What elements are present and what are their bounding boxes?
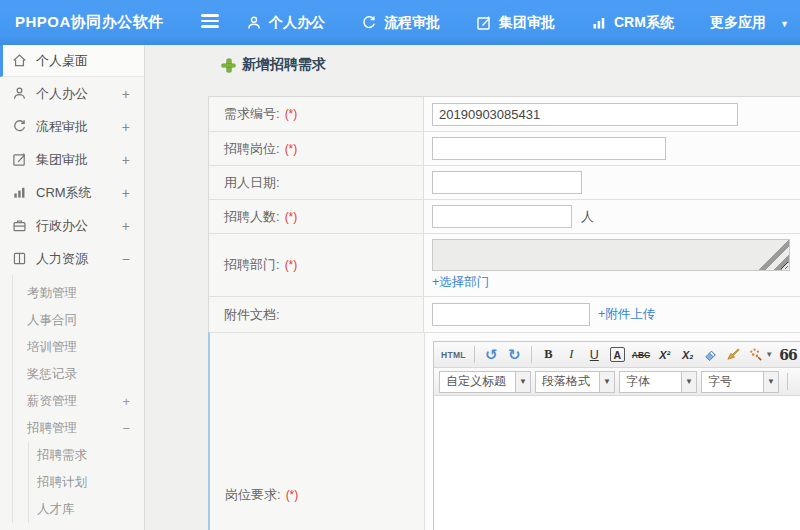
eraser-icon[interactable]: [700, 344, 721, 365]
sidebar-item-group-approval[interactable]: 集团审批 +: [0, 143, 144, 176]
required-marker: (*): [285, 142, 298, 156]
chevron-down-icon: ▼: [515, 372, 530, 392]
expand-plus-icon[interactable]: +: [122, 86, 130, 102]
sidebar-item-label: 流程审批: [36, 118, 88, 136]
required-marker: (*): [285, 210, 298, 224]
sidebar-item-label: CRM系统: [36, 184, 92, 202]
paragraph-format-dropdown[interactable]: 段落格式 ▼: [535, 371, 615, 393]
chevron-down-icon: ▼: [765, 350, 773, 359]
sidebar: 个人桌面 个人办公 + 流程审批 +: [0, 45, 145, 530]
subscript-icon[interactable]: X₂: [677, 344, 698, 365]
sidebar-item-recruit-mgmt[interactable]: 招聘管理 −: [13, 415, 144, 442]
nav-personal-office[interactable]: 个人办公: [246, 14, 325, 32]
undo-icon[interactable]: ↺: [481, 344, 502, 365]
nav-group-approval[interactable]: 集团审批: [476, 14, 555, 32]
field-label: 岗位要求:: [225, 486, 281, 504]
nav-crm-system[interactable]: CRM系统: [591, 14, 674, 32]
field-label: 需求编号:: [224, 105, 280, 123]
form-row-position: 招聘岗位: (*): [209, 131, 800, 165]
superscript-icon[interactable]: X²: [654, 344, 675, 365]
sidebar-item-hr[interactable]: 人力资源 −: [0, 242, 144, 275]
collapse-minus-icon[interactable]: −: [122, 251, 130, 267]
form-row-headcount: 招聘人数: (*) 人: [209, 199, 800, 233]
sub-item-label: 招聘计划: [37, 474, 87, 491]
sidebar-item-label: 行政办公: [36, 217, 88, 235]
custom-title-dropdown[interactable]: 自定义标题 ▼: [439, 371, 531, 393]
hr-submenu: 考勤管理 人事合同 培训管理 奖惩记录 薪资管理 + 招聘管理 − 招聘需求: [12, 275, 144, 523]
demand-number-input[interactable]: [432, 103, 738, 126]
user-icon: [12, 86, 27, 101]
required-marker: (*): [285, 107, 298, 121]
expand-plus-icon[interactable]: +: [122, 119, 130, 135]
field-label: 用人日期:: [224, 174, 280, 192]
expand-plus-icon[interactable]: +: [122, 152, 130, 168]
headcount-input[interactable]: [432, 205, 572, 228]
add-plus-icon: [222, 59, 235, 72]
sidebar-item-crm[interactable]: CRM系统 +: [0, 176, 144, 209]
underline-icon[interactable]: U: [584, 344, 605, 365]
redo-icon[interactable]: ↻: [504, 344, 525, 365]
html-source-icon[interactable]: HTML: [439, 344, 468, 365]
page-title-text: 新增招聘需求: [242, 56, 326, 74]
hire-date-input[interactable]: [432, 171, 582, 194]
autotypeset-icon[interactable]: A: [610, 347, 625, 362]
sidebar-item-attendance[interactable]: 考勤管理: [13, 280, 144, 307]
sidebar-item-label: 个人办公: [36, 85, 88, 103]
nav-more-apps[interactable]: 更多应用: [710, 14, 766, 32]
font-family-dropdown[interactable]: 字体 ▼: [619, 371, 697, 393]
app-logo-title: PHPOA协同办公软件: [15, 0, 164, 45]
align-left-icon[interactable]: [796, 371, 800, 392]
department-textarea[interactable]: [432, 239, 790, 271]
sidebar-item-personal-office[interactable]: 个人办公 +: [0, 77, 144, 110]
chevron-down-icon: ▼: [763, 372, 778, 392]
editor-content-area[interactable]: [434, 396, 800, 530]
sidebar-item-workflow-approval[interactable]: 流程审批 +: [0, 110, 144, 143]
chevron-down-icon: ▼: [599, 372, 614, 392]
home-icon: [12, 53, 27, 68]
nav-label: 集团审批: [499, 14, 555, 32]
blockquote-icon[interactable]: 66: [777, 344, 798, 365]
sub-item-label: 人才库: [37, 501, 75, 518]
bold-icon[interactable]: B: [538, 344, 559, 365]
form-row-department: 招聘部门: (*) +选择部门: [209, 233, 800, 296]
rich-text-editor: HTML ↺ ↻ B I U A ABC X²: [433, 341, 800, 530]
sidebar-item-recruit-demand[interactable]: 招聘需求: [29, 442, 144, 469]
select-department-link[interactable]: +选择部门: [432, 274, 489, 291]
expand-plus-icon[interactable]: +: [122, 394, 130, 409]
required-marker: (*): [285, 258, 298, 272]
sidebar-item-training[interactable]: 培训管理: [13, 334, 144, 361]
attachment-input[interactable]: [432, 303, 590, 326]
chevron-down-icon: ▼: [681, 372, 696, 392]
sidebar-item-talent-pool[interactable]: 人才库: [29, 496, 144, 523]
workflow-icon: [12, 119, 27, 134]
nav-workflow-approval[interactable]: 流程审批: [361, 14, 440, 32]
italic-icon[interactable]: I: [561, 344, 582, 365]
sidebar-item-admin-office[interactable]: 行政办公 +: [0, 209, 144, 242]
sidebar-item-rewards[interactable]: 奖惩记录: [13, 361, 144, 388]
highlight-spray-icon[interactable]: ▼: [746, 344, 775, 365]
form-row-attachment: 附件文档: +附件上传: [209, 296, 800, 332]
expand-plus-icon[interactable]: +: [122, 185, 130, 201]
sub-item-label: 人事合同: [27, 312, 77, 329]
sidebar-item-label: 集团审批: [36, 151, 88, 169]
recruit-demand-form: 需求编号: (*) 招聘岗位: (*): [208, 96, 800, 530]
sidebar-item-salary[interactable]: 薪资管理 +: [13, 388, 144, 415]
font-size-dropdown[interactable]: 字号 ▼: [701, 371, 779, 393]
briefcase-icon: [12, 218, 27, 233]
bar-chart-icon: [12, 185, 27, 200]
sidebar-item-label: 人力资源: [36, 250, 88, 268]
nav-label: 个人办公: [269, 14, 325, 32]
collapse-minus-icon[interactable]: −: [122, 421, 130, 436]
position-input[interactable]: [432, 137, 666, 160]
menu-toggle-icon[interactable]: [201, 14, 219, 30]
expand-plus-icon[interactable]: +: [122, 218, 130, 234]
top-navigation: 个人办公 流程审批 集团审批: [246, 0, 789, 45]
strikethrough-icon[interactable]: ABC: [630, 344, 652, 365]
format-brush-icon[interactable]: [723, 344, 744, 365]
chevron-down-icon[interactable]: ▼: [780, 17, 789, 29]
sidebar-item-hr-contract[interactable]: 人事合同: [13, 307, 144, 334]
sidebar-item-recruit-plan[interactable]: 招聘计划: [29, 469, 144, 496]
field-label: 招聘部门:: [224, 256, 280, 274]
sidebar-item-personal-desktop[interactable]: 个人桌面: [0, 45, 144, 77]
attachment-upload-link[interactable]: +附件上传: [598, 306, 655, 323]
